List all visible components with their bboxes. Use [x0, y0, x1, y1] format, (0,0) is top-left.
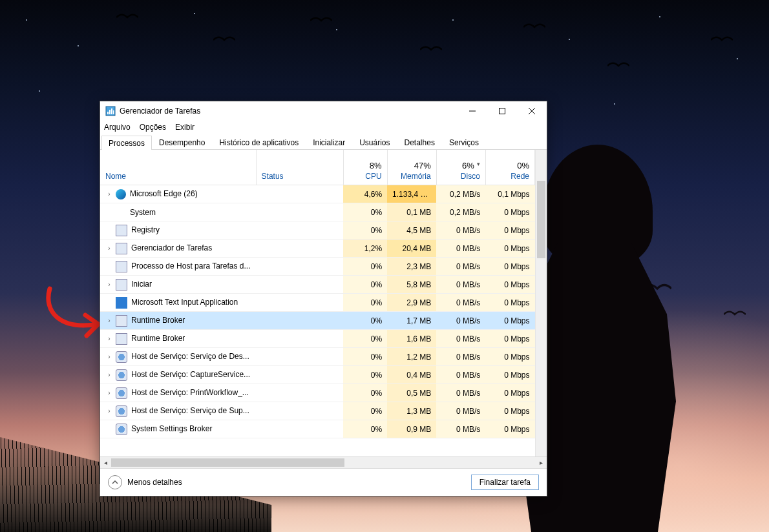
cell-cpu: 0%: [343, 366, 387, 384]
cell-cpu: 0%: [343, 276, 387, 294]
sort-indicator-icon: ▾: [477, 161, 480, 167]
horizontal-scrollbar[interactable]: ◂ ▸: [100, 456, 547, 468]
cell-disk: 0 MB/s: [436, 366, 485, 384]
cell-mem: 1,6 MB: [387, 330, 436, 348]
expand-icon[interactable]: ›: [105, 389, 113, 396]
cell-mem: 1,3 MB: [387, 402, 436, 420]
cell-disk: 0 MB/s: [436, 221, 485, 240]
process-icon: [116, 225, 127, 236]
table-row[interactable]: ›Runtime Broker0%1,6 MB0 MB/s0 Mbps: [100, 330, 535, 348]
cell-name: ›Host de Serviço: CaptureService...: [100, 366, 256, 384]
cell-name: Microsoft Text Input Application: [100, 294, 256, 312]
col-cpu[interactable]: 8%CPU: [343, 150, 387, 185]
cell-mem: 1,2 MB: [387, 348, 436, 366]
hscroll-right-icon[interactable]: ▸: [536, 457, 547, 468]
cell-disk: 0,2 MB/s: [436, 203, 485, 221]
col-name[interactable]: Nome: [100, 150, 256, 185]
end-task-button[interactable]: Finalizar tarefa: [471, 475, 539, 490]
expand-icon[interactable]: ›: [105, 190, 113, 198]
titlebar[interactable]: Gerenciador de Tarefas: [100, 101, 547, 121]
col-mem[interactable]: 47%Memória: [387, 150, 436, 185]
cell-name: ›Gerenciador de Tarefas: [100, 240, 256, 258]
cell-mem: 0,9 MB: [387, 420, 436, 438]
col-disk[interactable]: 6%▾Disco: [436, 150, 485, 185]
process-icon: [116, 405, 127, 417]
tab-details[interactable]: Detalhes: [397, 135, 442, 149]
maximize-button[interactable]: [487, 101, 517, 121]
cell-status: [256, 312, 343, 330]
cell-mem: 0,5 MB: [387, 384, 436, 402]
process-icon: [116, 387, 127, 399]
expand-icon[interactable]: ›: [105, 371, 113, 378]
process-icon: [116, 333, 127, 345]
menu-view[interactable]: Exibir: [175, 123, 195, 132]
expand-icon[interactable]: ›: [105, 281, 113, 288]
minimize-button[interactable]: [458, 101, 487, 121]
table-row[interactable]: ›Host de Serviço: PrintWorkflow_...0%0,5…: [100, 384, 535, 402]
table-row[interactable]: System Settings Broker0%0,9 MB0 MB/s0 Mb…: [100, 420, 535, 438]
vertical-scrollbar[interactable]: [535, 150, 547, 456]
cell-net: 0 Mbps: [485, 258, 534, 276]
expand-icon[interactable]: ›: [105, 407, 113, 414]
cell-cpu: 0%: [343, 348, 387, 366]
hscroll-left-icon[interactable]: ◂: [100, 457, 111, 468]
tab-users[interactable]: Usuários: [352, 135, 397, 149]
expand-icon[interactable]: ›: [105, 335, 113, 342]
cell-mem: 20,4 MB: [387, 240, 436, 258]
tab-performance[interactable]: Desempenho: [152, 135, 212, 149]
cell-net: 0 Mbps: [485, 366, 534, 384]
tab-app-history[interactable]: Histórico de aplicativos: [212, 135, 306, 149]
cell-disk: 0 MB/s: [436, 348, 485, 366]
process-icon: [116, 297, 127, 309]
cell-status: [256, 330, 343, 348]
table-row[interactable]: ›Runtime Broker0%1,7 MB0 MB/s0 Mbps: [100, 312, 535, 330]
cell-net: 0 Mbps: [485, 276, 534, 294]
process-icon: [116, 351, 127, 363]
table-row[interactable]: System0%0,1 MB0,2 MB/s0 Mbps: [100, 203, 535, 221]
cell-status: [256, 185, 343, 203]
cell-mem: 1.133,4 MB: [387, 185, 436, 203]
cell-cpu: 4,6%: [343, 185, 387, 203]
cell-name: ›Host de Serviço: Serviço de Sup...: [100, 402, 256, 420]
cell-net: 0 Mbps: [485, 348, 534, 366]
cell-status: [256, 384, 343, 402]
cell-net: 0 Mbps: [485, 240, 534, 258]
table-row[interactable]: ›Iniciar0%5,8 MB0 MB/s0 Mbps: [100, 276, 535, 294]
vscroll-thumb[interactable]: [537, 181, 545, 258]
table-row[interactable]: Registry0%4,5 MB0 MB/s0 Mbps: [100, 221, 535, 240]
tab-processes[interactable]: Processos: [101, 136, 152, 150]
fewer-details-button[interactable]: Menos detalhes: [108, 475, 182, 489]
table-row[interactable]: ›Host de Serviço: CaptureService...0%0,4…: [100, 366, 535, 384]
table-row[interactable]: ›Host de Serviço: Serviço de Des...0%1,2…: [100, 348, 535, 366]
cell-name: Registry: [100, 221, 256, 240]
expand-icon[interactable]: ›: [105, 245, 113, 252]
expand-icon[interactable]: ›: [105, 353, 113, 360]
menu-options[interactable]: Opções: [140, 123, 166, 132]
cell-cpu: 0%: [343, 312, 387, 330]
table-row[interactable]: ›Host de Serviço: Serviço de Sup...0%1,3…: [100, 402, 535, 420]
menu-file[interactable]: Arquivo: [104, 123, 131, 132]
expand-icon[interactable]: ›: [105, 317, 113, 324]
cell-disk: 0 MB/s: [436, 402, 485, 420]
col-status[interactable]: Status: [256, 150, 343, 185]
cell-status: [256, 240, 343, 258]
close-button[interactable]: [517, 101, 547, 121]
table-row[interactable]: ›Gerenciador de Tarefas1,2%20,4 MB0 MB/s…: [100, 240, 535, 258]
hscroll-thumb[interactable]: [111, 458, 344, 467]
cell-name: ›Runtime Broker: [100, 312, 256, 330]
desktop-wallpaper: Gerenciador de Tarefas Arquivo Opções Ex…: [0, 0, 769, 532]
window-title: Gerenciador de Tarefas: [120, 107, 200, 116]
table-row[interactable]: Processo de Host para Tarefas d...0%2,3 …: [100, 258, 535, 276]
tab-services[interactable]: Serviços: [442, 135, 486, 149]
tab-startup[interactable]: Inicializar: [306, 135, 352, 149]
menubar: Arquivo Opções Exibir: [100, 121, 547, 134]
tabstrip: Processos Desempenho Histórico de aplica…: [100, 134, 547, 150]
col-net[interactable]: 0%Rede: [485, 150, 534, 185]
cell-status: [256, 276, 343, 294]
cell-net: 0 Mbps: [485, 312, 534, 330]
cell-cpu: 0%: [343, 294, 387, 312]
table-row[interactable]: ›Microsoft Edge (26)4,6%1.133,4 MB0,2 MB…: [100, 185, 535, 203]
table-row[interactable]: Microsoft Text Input Application0%2,9 MB…: [100, 294, 535, 312]
cell-net: 0 Mbps: [485, 330, 534, 348]
cell-disk: 0 MB/s: [436, 420, 485, 438]
